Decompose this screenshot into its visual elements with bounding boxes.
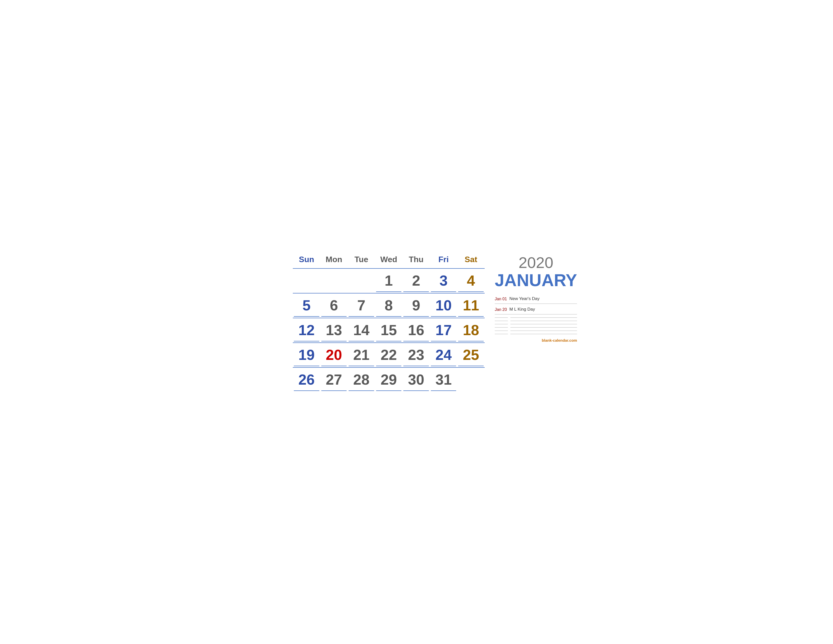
underline-15	[376, 341, 402, 341]
underline-row-5	[293, 390, 485, 391]
day-31: 31	[430, 370, 457, 390]
underline-12	[294, 341, 319, 341]
header-mon: Mon	[320, 255, 348, 266]
underline-10	[431, 316, 457, 317]
week-row-3: 12 13 14 15 16 17 18	[293, 318, 485, 341]
holiday-name-1: New Year's Day	[510, 296, 577, 302]
day-24: 24	[430, 345, 457, 366]
day-headers: Sun Mon Tue Wed Thu Fri Sat	[293, 255, 485, 266]
day-7: 7	[347, 295, 375, 316]
underline-4	[458, 291, 484, 292]
blank-note-6	[510, 334, 577, 334]
week-row-4: 19 20 21 22 23 24 25	[293, 343, 485, 366]
header-tue: Tue	[347, 255, 375, 266]
underline-empty	[294, 291, 319, 292]
day-23: 23	[402, 345, 430, 366]
right-panel: 2020 JANUARY Jan 01 New Year's Day Jan 2…	[495, 255, 577, 343]
holiday-date-2: Jan 20	[495, 308, 510, 312]
day-6: 6	[320, 295, 348, 316]
underline-7	[349, 316, 374, 317]
day-18: 18	[457, 320, 485, 341]
blank-date-6	[495, 334, 508, 334]
day-5: 5	[293, 295, 320, 316]
holiday-row-2: Jan 20 M L King Day	[495, 307, 577, 313]
week-row-5: 26 27 28 29 30 31	[293, 367, 485, 390]
day-27: 27	[320, 370, 348, 390]
underline-21	[349, 366, 374, 366]
day-3: 3	[430, 271, 457, 291]
underline-14	[349, 341, 374, 341]
day-17: 17	[430, 320, 457, 341]
day-21: 21	[347, 345, 375, 366]
website-label: blank-calendar.com	[495, 338, 577, 343]
day-16: 16	[402, 320, 430, 341]
underline-13	[321, 341, 347, 341]
day-2: 2	[402, 271, 430, 291]
underline-row-1	[293, 291, 485, 292]
day-empty	[347, 271, 375, 291]
underline-18	[458, 341, 484, 341]
day-22: 22	[375, 345, 403, 366]
underline-26	[294, 390, 319, 391]
underline-30	[404, 390, 429, 391]
underline-9	[404, 316, 429, 317]
day-14: 14	[347, 320, 375, 341]
day-9: 9	[402, 295, 430, 316]
underline-25	[458, 366, 484, 366]
day-28: 28	[347, 370, 375, 390]
blank-note-4	[510, 327, 577, 328]
blank-row-4	[495, 327, 577, 328]
note-divider-2	[495, 314, 577, 314]
holiday-note-1: New Year's Day	[510, 296, 577, 302]
calendar-page: Sun Mon Tue Wed Thu Fri Sat 1 2 3 4	[278, 242, 555, 402]
blank-note-1	[510, 317, 577, 318]
holiday-date-1: Jan 01	[495, 297, 510, 301]
day-20-holiday: 20	[320, 345, 348, 366]
calendar-section: Sun Mon Tue Wed Thu Fri Sat 1 2 3 4	[293, 255, 485, 392]
underline-empty	[349, 291, 374, 292]
week-row-1: 1 2 3 4	[293, 268, 485, 291]
underline-20	[321, 366, 347, 366]
notes-section: Jan 01 New Year's Day Jan 20 M L King Da…	[495, 296, 577, 343]
day-10: 10	[430, 295, 457, 316]
day-13: 13	[320, 320, 348, 341]
day-12: 12	[293, 320, 320, 341]
day-11: 11	[457, 295, 485, 316]
holiday-row-1: Jan 01 New Year's Day	[495, 296, 577, 302]
underline-11	[458, 316, 484, 317]
day-1: 1	[375, 271, 403, 291]
underline-5	[294, 316, 319, 317]
blank-date-3	[495, 324, 508, 324]
header-thu: Thu	[402, 255, 430, 266]
day-19: 19	[293, 345, 320, 366]
header-sat: Sat	[457, 255, 485, 266]
day-30: 30	[402, 370, 430, 390]
underline-24	[431, 366, 457, 366]
underline-8	[376, 316, 402, 317]
blank-row-6	[495, 334, 577, 334]
header-sun: Sun	[293, 255, 320, 266]
holiday-name-2: M L King Day	[510, 307, 577, 313]
underline-17	[431, 341, 457, 341]
underline-31	[431, 390, 457, 391]
underline-22	[376, 366, 402, 366]
month-label: JANUARY	[495, 272, 577, 289]
blank-date-1	[495, 317, 508, 318]
underline-empty	[458, 390, 484, 391]
week-row-2: 5 6 7 8 9 10 11	[293, 293, 485, 316]
blank-note-3	[510, 324, 577, 324]
underline-row-2	[293, 316, 485, 317]
underline-row-3	[293, 341, 485, 341]
blank-row-3	[495, 324, 577, 324]
underline-23	[404, 366, 429, 366]
main-layout: Sun Mon Tue Wed Thu Fri Sat 1 2 3 4	[293, 255, 540, 392]
day-empty	[457, 370, 485, 390]
underline-29	[376, 390, 402, 391]
day-15: 15	[375, 320, 403, 341]
underline-row-4	[293, 366, 485, 366]
underline-27	[321, 390, 347, 391]
day-8: 8	[375, 295, 403, 316]
underline-19	[294, 366, 319, 366]
blank-date-4	[495, 327, 508, 328]
day-4: 4	[457, 271, 485, 291]
